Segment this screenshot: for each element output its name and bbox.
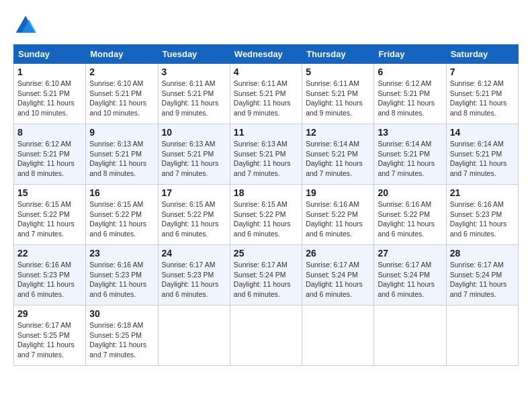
calendar-day-cell: 23Sunrise: 6:16 AMSunset: 5:23 PMDayligh… — [86, 245, 158, 306]
day-number: 20 — [378, 187, 442, 198]
calendar-day-cell: 20Sunrise: 6:16 AMSunset: 5:22 PMDayligh… — [374, 185, 446, 245]
day-number: 28 — [450, 248, 515, 259]
day-info: Sunrise: 6:15 AMSunset: 5:22 PMDaylight:… — [17, 199, 82, 239]
calendar-body: 1Sunrise: 6:10 AMSunset: 5:21 PMDaylight… — [14, 64, 519, 366]
day-info: Sunrise: 6:12 AMSunset: 5:21 PMDaylight:… — [378, 79, 442, 118]
calendar-day-cell: 14Sunrise: 6:14 AMSunset: 5:21 PMDayligh… — [446, 124, 518, 185]
day-number: 10 — [162, 127, 226, 138]
day-number: 30 — [89, 308, 154, 319]
day-info: Sunrise: 6:11 AMSunset: 5:21 PMDaylight:… — [162, 79, 226, 118]
day-info: Sunrise: 6:18 AMSunset: 5:25 PMDaylight:… — [89, 320, 154, 360]
day-number: 11 — [234, 127, 298, 138]
calendar-day-cell: 15Sunrise: 6:15 AMSunset: 5:22 PMDayligh… — [14, 185, 86, 245]
calendar-day-cell: 5Sunrise: 6:11 AMSunset: 5:21 PMDaylight… — [302, 64, 374, 124]
weekday-header: Friday — [374, 45, 446, 64]
calendar-day-cell: 7Sunrise: 6:12 AMSunset: 5:21 PMDaylight… — [446, 64, 518, 124]
calendar-week-row: 1Sunrise: 6:10 AMSunset: 5:21 PMDaylight… — [14, 64, 519, 124]
day-info: Sunrise: 6:16 AMSunset: 5:22 PMDaylight:… — [378, 199, 442, 239]
day-info: Sunrise: 6:16 AMSunset: 5:23 PMDaylight:… — [17, 260, 82, 300]
day-number: 12 — [306, 127, 370, 138]
day-number: 23 — [89, 248, 154, 259]
day-number: 24 — [162, 248, 226, 259]
day-info: Sunrise: 6:17 AMSunset: 5:24 PMDaylight:… — [450, 260, 515, 300]
day-number: 5 — [306, 66, 370, 77]
calendar-day-cell: 17Sunrise: 6:15 AMSunset: 5:22 PMDayligh… — [158, 185, 230, 245]
calendar-day-cell — [230, 306, 302, 366]
day-number: 21 — [450, 187, 515, 198]
calendar-day-cell: 21Sunrise: 6:16 AMSunset: 5:23 PMDayligh… — [446, 185, 518, 245]
calendar-week-row: 15Sunrise: 6:15 AMSunset: 5:22 PMDayligh… — [14, 185, 519, 245]
day-info: Sunrise: 6:12 AMSunset: 5:21 PMDaylight:… — [17, 139, 82, 179]
day-number: 15 — [17, 187, 82, 198]
day-number: 18 — [234, 187, 298, 198]
day-number: 17 — [162, 187, 226, 198]
calendar-day-cell: 29Sunrise: 6:17 AMSunset: 5:25 PMDayligh… — [14, 306, 86, 366]
calendar-day-cell: 26Sunrise: 6:17 AMSunset: 5:24 PMDayligh… — [302, 245, 374, 306]
calendar-day-cell: 16Sunrise: 6:15 AMSunset: 5:22 PMDayligh… — [86, 185, 158, 245]
day-number: 4 — [234, 66, 298, 77]
calendar-day-cell — [374, 306, 446, 366]
day-info: Sunrise: 6:14 AMSunset: 5:21 PMDaylight:… — [450, 139, 515, 179]
day-number: 22 — [17, 248, 82, 259]
day-number: 3 — [162, 66, 226, 77]
weekday-header: Wednesday — [230, 45, 302, 64]
calendar-day-cell: 24Sunrise: 6:17 AMSunset: 5:23 PMDayligh… — [158, 245, 230, 306]
calendar-day-cell: 1Sunrise: 6:10 AMSunset: 5:21 PMDaylight… — [14, 64, 86, 124]
day-info: Sunrise: 6:16 AMSunset: 5:23 PMDaylight:… — [450, 199, 515, 239]
day-info: Sunrise: 6:14 AMSunset: 5:21 PMDaylight:… — [378, 139, 442, 179]
calendar-day-cell: 9Sunrise: 6:13 AMSunset: 5:21 PMDaylight… — [86, 124, 158, 185]
calendar-day-cell — [158, 306, 230, 366]
calendar-day-cell — [446, 306, 518, 366]
day-info: Sunrise: 6:14 AMSunset: 5:21 PMDaylight:… — [306, 139, 370, 179]
day-info: Sunrise: 6:13 AMSunset: 5:21 PMDaylight:… — [89, 139, 154, 179]
day-info: Sunrise: 6:10 AMSunset: 5:21 PMDaylight:… — [89, 79, 154, 118]
calendar-day-cell: 3Sunrise: 6:11 AMSunset: 5:21 PMDaylight… — [158, 64, 230, 124]
day-number: 8 — [17, 127, 82, 138]
day-number: 1 — [17, 66, 82, 77]
day-number: 16 — [89, 187, 154, 198]
day-number: 13 — [378, 127, 442, 138]
calendar-day-cell — [302, 306, 374, 366]
day-info: Sunrise: 6:15 AMSunset: 5:22 PMDaylight:… — [89, 199, 154, 239]
day-info: Sunrise: 6:17 AMSunset: 5:25 PMDaylight:… — [17, 320, 82, 360]
day-info: Sunrise: 6:17 AMSunset: 5:23 PMDaylight:… — [162, 260, 226, 300]
calendar-day-cell: 28Sunrise: 6:17 AMSunset: 5:24 PMDayligh… — [446, 245, 518, 306]
day-number: 27 — [378, 248, 442, 259]
calendar-day-cell: 19Sunrise: 6:16 AMSunset: 5:22 PMDayligh… — [302, 185, 374, 245]
logo-icon — [13, 13, 38, 38]
calendar-day-cell: 27Sunrise: 6:17 AMSunset: 5:24 PMDayligh… — [374, 245, 446, 306]
day-info: Sunrise: 6:12 AMSunset: 5:21 PMDaylight:… — [450, 79, 515, 118]
day-info: Sunrise: 6:17 AMSunset: 5:24 PMDaylight:… — [306, 260, 370, 300]
calendar-day-cell: 30Sunrise: 6:18 AMSunset: 5:25 PMDayligh… — [86, 306, 158, 366]
calendar-day-cell: 11Sunrise: 6:13 AMSunset: 5:21 PMDayligh… — [230, 124, 302, 185]
calendar-day-cell: 4Sunrise: 6:11 AMSunset: 5:21 PMDaylight… — [230, 64, 302, 124]
calendar-week-row: 29Sunrise: 6:17 AMSunset: 5:25 PMDayligh… — [14, 306, 519, 366]
day-info: Sunrise: 6:17 AMSunset: 5:24 PMDaylight:… — [378, 260, 442, 300]
calendar-week-row: 22Sunrise: 6:16 AMSunset: 5:23 PMDayligh… — [14, 245, 519, 306]
day-info: Sunrise: 6:11 AMSunset: 5:21 PMDaylight:… — [306, 79, 370, 118]
calendar-day-cell: 25Sunrise: 6:17 AMSunset: 5:24 PMDayligh… — [230, 245, 302, 306]
calendar-day-cell: 6Sunrise: 6:12 AMSunset: 5:21 PMDaylight… — [374, 64, 446, 124]
calendar-day-cell: 12Sunrise: 6:14 AMSunset: 5:21 PMDayligh… — [302, 124, 374, 185]
day-info: Sunrise: 6:16 AMSunset: 5:23 PMDaylight:… — [89, 260, 154, 300]
day-number: 26 — [306, 248, 370, 259]
day-number: 14 — [450, 127, 515, 138]
day-info: Sunrise: 6:10 AMSunset: 5:21 PMDaylight:… — [17, 79, 82, 118]
weekday-header: Monday — [86, 45, 158, 64]
day-info: Sunrise: 6:13 AMSunset: 5:21 PMDaylight:… — [234, 139, 298, 179]
day-info: Sunrise: 6:17 AMSunset: 5:24 PMDaylight:… — [234, 260, 298, 300]
day-info: Sunrise: 6:13 AMSunset: 5:21 PMDaylight:… — [162, 139, 226, 179]
calendar-day-cell: 13Sunrise: 6:14 AMSunset: 5:21 PMDayligh… — [374, 124, 446, 185]
calendar-day-cell: 22Sunrise: 6:16 AMSunset: 5:23 PMDayligh… — [14, 245, 86, 306]
day-number: 29 — [17, 308, 82, 319]
day-info: Sunrise: 6:15 AMSunset: 5:22 PMDaylight:… — [234, 199, 298, 239]
day-number: 6 — [378, 66, 442, 77]
weekday-header: Thursday — [302, 45, 374, 64]
weekday-header: Tuesday — [158, 45, 230, 64]
logo — [13, 13, 40, 38]
weekday-header: Saturday — [446, 45, 518, 64]
day-number: 25 — [234, 248, 298, 259]
weekdays-row: SundayMondayTuesdayWednesdayThursdayFrid… — [14, 45, 519, 64]
calendar-day-cell: 2Sunrise: 6:10 AMSunset: 5:21 PMDaylight… — [86, 64, 158, 124]
day-number: 7 — [450, 66, 515, 77]
